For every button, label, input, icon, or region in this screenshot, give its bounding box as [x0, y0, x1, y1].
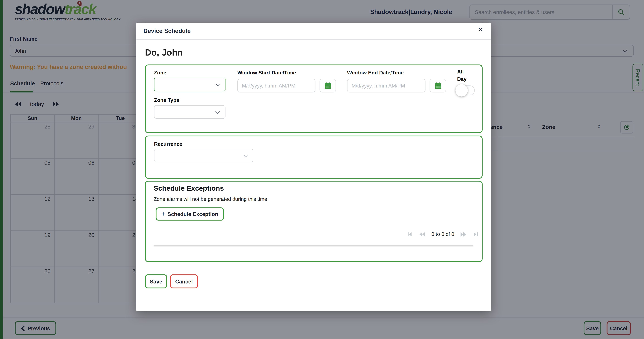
- zone-select[interactable]: [154, 78, 226, 91]
- toggle-knob: [456, 84, 468, 96]
- add-exception-label: Schedule Exception: [168, 211, 218, 217]
- window-start-input[interactable]: [238, 79, 316, 92]
- modal-header: Device Schedule ✕: [136, 22, 491, 40]
- chevron-down-icon: [215, 84, 220, 87]
- modal-save-button[interactable]: Save: [145, 274, 167, 288]
- zone-type-label: Zone Type: [154, 97, 179, 103]
- previous-page-icon[interactable]: [420, 232, 425, 237]
- screen: shadowtrack PROVIDING SOLUTIONS IN CORRE…: [0, 0, 644, 339]
- modal-title: Device Schedule: [143, 28, 190, 34]
- all-day-toggle[interactable]: [457, 86, 475, 95]
- window-end-calendar-button[interactable]: [430, 79, 446, 92]
- calendar-icon: [434, 82, 441, 89]
- close-icon[interactable]: ✕: [478, 26, 483, 34]
- all-day-label: All Day: [457, 68, 472, 83]
- exceptions-grid-divider: [154, 245, 473, 246]
- schedule-exceptions-section: Schedule Exceptions Zone alarms will not…: [145, 181, 482, 262]
- exceptions-pagination: 0 to 0 of 0: [408, 231, 478, 238]
- exceptions-title: Schedule Exceptions: [154, 184, 224, 193]
- recurrence-label: Recurrence: [154, 141, 182, 147]
- device-schedule-modal: Device Schedule ✕ Do, John Zone Window S…: [136, 22, 491, 312]
- first-page-icon[interactable]: [408, 232, 414, 237]
- exceptions-subtitle: Zone alarms will not be generated during…: [154, 196, 267, 202]
- pagination-summary: 0 to 0 of 0: [432, 231, 454, 237]
- zone-type-select[interactable]: [154, 105, 226, 119]
- last-page-icon[interactable]: [472, 232, 478, 237]
- recurrence-section: Recurrence: [145, 136, 482, 179]
- window-end-label: Window End Date/Time: [347, 70, 404, 76]
- chevron-down-icon: [215, 111, 220, 114]
- window-start-label: Window Start Date/Time: [238, 70, 296, 76]
- zone-window-section: Zone Window Start Date/Time Window End D…: [145, 64, 482, 133]
- recurrence-select[interactable]: [154, 149, 254, 162]
- chevron-down-icon: [243, 154, 248, 158]
- add-schedule-exception-button[interactable]: + Schedule Exception: [156, 208, 224, 220]
- window-end-input[interactable]: [347, 79, 426, 92]
- plus-icon: +: [162, 210, 165, 217]
- next-page-icon[interactable]: [460, 232, 466, 237]
- window-start-calendar-button[interactable]: [320, 79, 336, 92]
- modal-cancel-button[interactable]: Cancel: [170, 274, 198, 288]
- zone-label: Zone: [154, 70, 166, 76]
- enrollee-name-heading: Do, John: [145, 48, 183, 58]
- calendar-icon: [324, 82, 331, 89]
